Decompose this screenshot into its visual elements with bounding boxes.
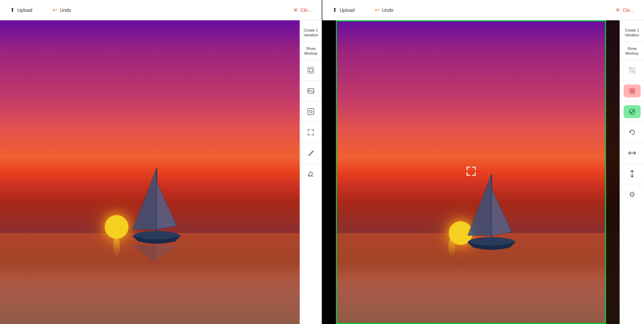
expand-v-button[interactable]	[625, 166, 640, 181]
svg-marker-4	[133, 245, 157, 263]
confirm-check-icon	[629, 109, 635, 115]
left-panel: ⬆ Upload ↩ Undo ✕ Cle...	[0, 0, 322, 324]
left-clear-button[interactable]: ✕ Cle...	[290, 5, 315, 15]
show-mockup-section: Show Mockup	[300, 42, 322, 60]
expand-h-icon	[628, 149, 636, 157]
focal-section	[300, 101, 322, 122]
right-create-variation-section: Create 1 Variation	[620, 24, 644, 42]
image-icon	[307, 87, 315, 95]
brush-icon	[307, 149, 315, 157]
undo-icon-right: ↩	[375, 7, 379, 13]
erase-icon	[307, 170, 315, 177]
crop-overlay-right	[606, 20, 620, 324]
image-tool-button[interactable]	[303, 83, 318, 98]
svg-rect-7	[309, 69, 313, 72]
frames-section	[300, 60, 322, 81]
focal-tool-button[interactable]	[303, 104, 318, 119]
frames-icon	[307, 66, 315, 74]
left-upload-button[interactable]: ⬆ Upload	[7, 5, 36, 15]
cancel-swatch-button[interactable]	[624, 84, 641, 97]
expand-tool-button[interactable]	[303, 125, 318, 140]
center-icon	[628, 191, 636, 198]
close-icon: ✕	[293, 7, 298, 13]
brush-tool-button[interactable]	[303, 146, 318, 160]
right-canvas	[322, 20, 620, 324]
left-undo-button[interactable]: ↩ Undo	[49, 5, 74, 15]
svg-marker-5	[157, 245, 177, 259]
cancel-swatch-section	[620, 81, 644, 101]
expand-icon	[307, 129, 315, 136]
close-icon-right: ✕	[616, 7, 620, 13]
right-side-toolbar: Create 1 Variation Show Mockup	[620, 20, 644, 324]
right-image-container	[322, 20, 620, 324]
brush-section	[300, 143, 322, 164]
right-undo-label: Undo	[382, 7, 393, 13]
frames-tool-button[interactable]	[303, 63, 318, 78]
show-mockup-label[interactable]: Show Mockup	[300, 45, 322, 57]
undo-label: Undo	[60, 7, 71, 13]
center-button[interactable]	[625, 187, 640, 202]
refresh-icon	[628, 129, 636, 136]
right-create-variation-label[interactable]: Create 1 Variation	[623, 26, 641, 39]
frames-disabled-button[interactable]	[625, 63, 640, 78]
right-image	[336, 20, 620, 324]
right-main-area: Create 1 Variation Show Mockup	[322, 20, 644, 324]
right-show-mockup-section: Show Mockup	[620, 42, 644, 60]
upload-label: Upload	[17, 7, 32, 13]
right-upload-label: Upload	[340, 7, 355, 13]
center-section	[620, 184, 644, 205]
left-main-area: Create 1 Variation Show Mockup	[0, 20, 322, 324]
svg-marker-16	[491, 188, 512, 235]
left-image	[0, 20, 300, 324]
right-refresh-section	[620, 122, 644, 143]
right-panel: ⬆ Upload ↩ Undo ✕ Cle...	[322, 0, 644, 324]
svg-point-9	[309, 90, 310, 91]
upload-icon-right: ⬆	[333, 7, 337, 13]
cancel-x-icon	[629, 88, 635, 94]
right-toolbar: ⬆ Upload ↩ Undo ✕ Cle...	[322, 0, 644, 20]
svg-rect-6	[308, 67, 314, 73]
svg-line-28	[629, 67, 635, 73]
undo-icon: ↩	[53, 7, 57, 13]
right-sun-reflection	[448, 237, 455, 257]
right-undo-button[interactable]: ↩ Undo	[371, 5, 397, 15]
right-clear-label: Cle...	[623, 7, 634, 13]
expand-h-button[interactable]	[625, 146, 640, 160]
clear-label: Cle...	[300, 7, 311, 13]
svg-point-12	[310, 111, 311, 112]
right-upload-button[interactable]: ⬆ Upload	[329, 5, 358, 15]
expand-v-section	[620, 164, 644, 184]
upload-icon: ⬆	[10, 7, 15, 13]
left-canvas	[0, 20, 300, 324]
erase-section	[300, 164, 322, 184]
right-sailboat-svg	[458, 168, 525, 269]
left-toolbar: ⬆ Upload ↩ Undo ✕ Cle...	[0, 0, 322, 20]
confirm-swatch-section	[620, 101, 644, 122]
svg-marker-15	[468, 174, 491, 235]
left-side-toolbar: Create 1 Variation Show Mockup	[300, 20, 322, 324]
right-show-mockup-label[interactable]: Show Mockup	[620, 45, 644, 57]
right-clear-button[interactable]: ✕ Cle...	[612, 5, 637, 15]
focal-icon	[307, 108, 315, 115]
image-section	[300, 81, 322, 101]
confirm-swatch-button[interactable]	[624, 105, 641, 118]
svg-marker-1	[133, 168, 157, 229]
sailboat-svg	[123, 161, 190, 263]
expand-section	[300, 122, 322, 143]
right-frames-section	[620, 60, 644, 81]
svg-marker-2	[157, 182, 177, 229]
frames-disabled-icon	[628, 66, 636, 74]
refresh-tool-button[interactable]	[625, 125, 640, 140]
erase-tool-button[interactable]	[303, 166, 318, 181]
expand-h-section	[620, 143, 644, 164]
create-variation-section: Create 1 Variation	[300, 24, 322, 42]
create-variation-label[interactable]: Create 1 Variation	[302, 26, 320, 39]
expand-v-icon	[628, 170, 636, 177]
crop-overlay-left	[322, 20, 336, 324]
